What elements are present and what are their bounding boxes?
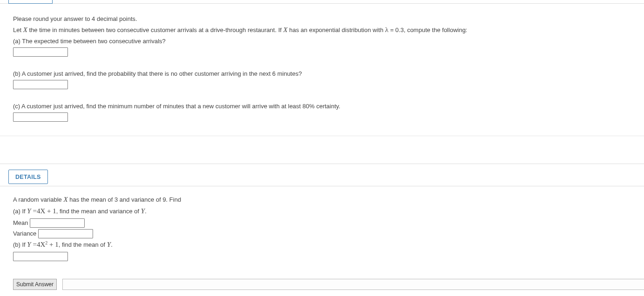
mean-label: Mean [13,219,28,226]
var-y: Y [141,207,145,215]
tab-fragment [8,0,53,4]
q2-part-b: (b) If Y =4X2 + 1, find the mean of Y. [13,239,631,251]
q1-part-b: (b) A customer just arrived, find the pr… [13,69,631,79]
text: has the mean of 3 and variance of 9. Fin… [68,196,181,203]
q1-part-c: (c) A customer just arrived, find the mi… [13,101,631,112]
q2-variance-row: Variance [13,228,631,239]
text: (b) If [13,241,27,248]
section-gap [0,136,644,164]
eq-b: + 1 [47,241,58,248]
q1a-input[interactable] [13,47,68,57]
var-x: X [23,26,27,33]
text: , find the mean of [59,241,107,248]
text: = 0.3, compute the following: [389,26,467,33]
q1b-input[interactable] [13,80,68,89]
question-1: Please round your answer to 4 decimal po… [0,4,644,136]
submit-label: Submit Answer [16,281,54,288]
details-tab[interactable]: DETAILS [8,170,48,184]
q1-stem: Let X the time in minutes between two co… [13,24,631,36]
text: has an exponential distribution with [288,26,385,33]
text: . [145,208,147,215]
tab-row: DETAILS [0,164,644,186]
q2-mean-row: Mean [13,217,631,228]
submit-row: Submit Answer [13,279,644,290]
q1-part-a: (a) The expected time between two consec… [13,36,631,46]
question-2: A random variable X has the mean of 3 an… [0,186,644,266]
var-y: Y [27,241,31,248]
q2-stem: A random variable X has the mean of 3 an… [13,194,631,206]
variance-label: Variance [13,230,36,237]
eq-a: =4X [31,241,46,248]
var-x: X [283,26,288,33]
var-y: Y [107,241,111,248]
text: A random variable [13,196,63,203]
var-y: Y [27,207,31,215]
text: Let [13,26,23,33]
q2b-input[interactable] [13,252,68,261]
q2-variance-input[interactable] [38,229,93,238]
feedback-box [62,279,644,290]
text: (a) If [13,208,27,215]
text: the time in minutes between two consecut… [27,26,283,33]
lambda-symbol: λ [385,26,388,33]
var-x: X [63,196,67,203]
q2-part-a: (a) If Y =4X + 1, find the mean and vari… [13,205,631,217]
header-divider [0,0,644,4]
q1c-input[interactable] [13,112,68,122]
q2-mean-input[interactable] [30,218,85,228]
eq: =4X + 1 [31,207,56,215]
text: , find the mean and variance of [56,208,141,215]
q1-instruction: Please round your answer to 4 decimal po… [13,14,631,24]
text: . [111,241,113,248]
details-tab-label: DETAILS [15,174,41,180]
submit-answer-button[interactable]: Submit Answer [13,279,57,290]
